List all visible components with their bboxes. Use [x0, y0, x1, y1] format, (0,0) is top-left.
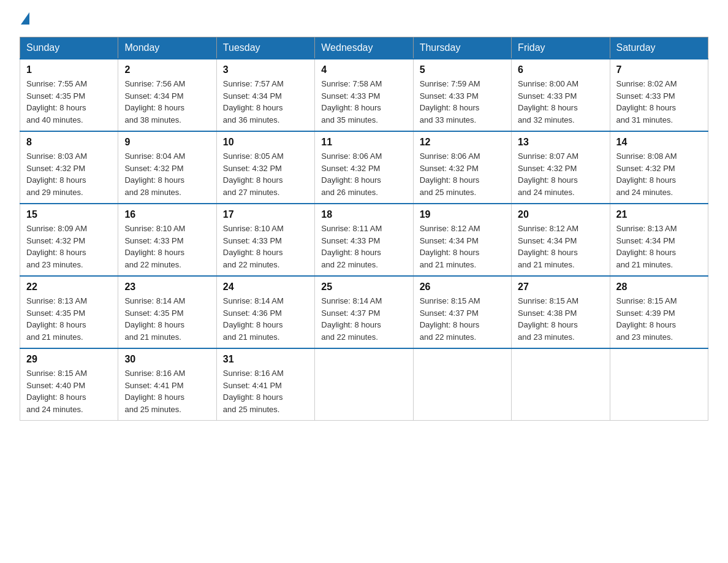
day-info: Sunrise: 8:11 AM Sunset: 4:33 PM Dayligh… [321, 223, 406, 270]
day-number: 28 [616, 282, 702, 293]
day-number: 30 [124, 354, 210, 365]
day-info: Sunrise: 8:10 AM Sunset: 4:33 PM Dayligh… [124, 223, 210, 270]
day-number: 7 [616, 64, 702, 75]
day-info: Sunrise: 8:08 AM Sunset: 4:32 PM Dayligh… [616, 150, 702, 198]
day-info: Sunrise: 7:59 AM Sunset: 4:33 PM Dayligh… [420, 78, 505, 126]
day-number: 6 [518, 64, 603, 75]
day-info: Sunrise: 8:12 AM Sunset: 4:34 PM Dayligh… [518, 223, 603, 270]
day-info: Sunrise: 8:10 AM Sunset: 4:33 PM Dayligh… [223, 223, 308, 270]
day-number: 14 [616, 137, 702, 148]
day-info: Sunrise: 8:06 AM Sunset: 4:32 PM Dayligh… [321, 150, 406, 198]
calendar-cell: 3 Sunrise: 7:57 AM Sunset: 4:34 PM Dayli… [216, 59, 314, 131]
calendar-cell: 10 Sunrise: 8:05 AM Sunset: 4:32 PM Dayl… [216, 131, 314, 204]
day-number: 22 [26, 282, 112, 293]
calendar-cell: 18 Sunrise: 8:11 AM Sunset: 4:33 PM Dayl… [315, 204, 413, 276]
calendar-cell: 2 Sunrise: 7:56 AM Sunset: 4:34 PM Dayli… [118, 59, 216, 131]
day-number: 27 [518, 282, 603, 293]
day-number: 17 [223, 209, 308, 220]
calendar-cell: 27 Sunrise: 8:15 AM Sunset: 4:38 PM Dayl… [512, 276, 610, 348]
calendar-cell: 29 Sunrise: 8:15 AM Sunset: 4:40 PM Dayl… [20, 348, 118, 421]
week-row-1: 1 Sunrise: 7:55 AM Sunset: 4:35 PM Dayli… [20, 59, 708, 131]
day-info: Sunrise: 8:16 AM Sunset: 4:41 PM Dayligh… [124, 367, 210, 415]
calendar-cell: 8 Sunrise: 8:03 AM Sunset: 4:32 PM Dayli… [20, 131, 118, 204]
calendar-cell: 1 Sunrise: 7:55 AM Sunset: 4:35 PM Dayli… [20, 59, 118, 131]
day-number: 2 [124, 64, 210, 75]
calendar-cell: 24 Sunrise: 8:14 AM Sunset: 4:36 PM Dayl… [216, 276, 314, 348]
day-info: Sunrise: 8:14 AM Sunset: 4:37 PM Dayligh… [321, 295, 406, 343]
calendar-cell: 4 Sunrise: 7:58 AM Sunset: 4:33 PM Dayli… [315, 59, 413, 131]
day-number: 11 [321, 137, 406, 148]
calendar-cell: 21 Sunrise: 8:13 AM Sunset: 4:34 PM Dayl… [610, 204, 708, 276]
day-info: Sunrise: 8:02 AM Sunset: 4:33 PM Dayligh… [616, 78, 702, 126]
day-number: 18 [321, 209, 406, 220]
weekday-header-monday: Monday [118, 37, 216, 59]
day-info: Sunrise: 8:15 AM Sunset: 4:39 PM Dayligh… [616, 295, 702, 343]
day-info: Sunrise: 8:09 AM Sunset: 4:32 PM Dayligh… [26, 223, 112, 270]
day-info: Sunrise: 8:13 AM Sunset: 4:34 PM Dayligh… [616, 223, 702, 270]
logo [20, 15, 29, 25]
calendar-cell: 20 Sunrise: 8:12 AM Sunset: 4:34 PM Dayl… [512, 204, 610, 276]
day-number: 13 [518, 137, 603, 148]
page-header [20, 15, 708, 25]
calendar-cell: 26 Sunrise: 8:15 AM Sunset: 4:37 PM Dayl… [413, 276, 511, 348]
weekday-header-row: SundayMondayTuesdayWednesdayThursdayFrid… [20, 37, 708, 59]
day-number: 31 [223, 354, 308, 365]
day-info: Sunrise: 8:15 AM Sunset: 4:38 PM Dayligh… [518, 295, 603, 343]
day-info: Sunrise: 8:14 AM Sunset: 4:36 PM Dayligh… [223, 295, 308, 343]
calendar-cell: 16 Sunrise: 8:10 AM Sunset: 4:33 PM Dayl… [118, 204, 216, 276]
calendar-cell: 9 Sunrise: 8:04 AM Sunset: 4:32 PM Dayli… [118, 131, 216, 204]
calendar-cell [610, 348, 708, 421]
day-info: Sunrise: 8:00 AM Sunset: 4:33 PM Dayligh… [518, 78, 603, 126]
day-info: Sunrise: 8:05 AM Sunset: 4:32 PM Dayligh… [223, 150, 308, 198]
week-row-3: 15 Sunrise: 8:09 AM Sunset: 4:32 PM Dayl… [20, 204, 708, 276]
weekday-header-saturday: Saturday [610, 37, 708, 59]
calendar-cell: 12 Sunrise: 8:06 AM Sunset: 4:32 PM Dayl… [413, 131, 511, 204]
calendar-cell: 25 Sunrise: 8:14 AM Sunset: 4:37 PM Dayl… [315, 276, 413, 348]
calendar-cell: 30 Sunrise: 8:16 AM Sunset: 4:41 PM Dayl… [118, 348, 216, 421]
calendar-cell: 19 Sunrise: 8:12 AM Sunset: 4:34 PM Dayl… [413, 204, 511, 276]
day-number: 24 [223, 282, 308, 293]
calendar-cell: 6 Sunrise: 8:00 AM Sunset: 4:33 PM Dayli… [512, 59, 610, 131]
calendar-cell: 11 Sunrise: 8:06 AM Sunset: 4:32 PM Dayl… [315, 131, 413, 204]
logo-triangle-icon [21, 12, 29, 25]
day-number: 16 [124, 209, 210, 220]
weekday-header-thursday: Thursday [413, 37, 511, 59]
day-info: Sunrise: 8:13 AM Sunset: 4:35 PM Dayligh… [26, 295, 112, 343]
week-row-5: 29 Sunrise: 8:15 AM Sunset: 4:40 PM Dayl… [20, 348, 708, 421]
day-number: 25 [321, 282, 406, 293]
day-info: Sunrise: 8:06 AM Sunset: 4:32 PM Dayligh… [420, 150, 505, 198]
calendar-table: SundayMondayTuesdayWednesdayThursdayFrid… [20, 37, 708, 421]
day-info: Sunrise: 7:57 AM Sunset: 4:34 PM Dayligh… [223, 78, 308, 126]
day-info: Sunrise: 8:07 AM Sunset: 4:32 PM Dayligh… [518, 150, 603, 198]
day-info: Sunrise: 8:04 AM Sunset: 4:32 PM Dayligh… [124, 150, 210, 198]
calendar-cell: 15 Sunrise: 8:09 AM Sunset: 4:32 PM Dayl… [20, 204, 118, 276]
day-number: 9 [124, 137, 210, 148]
day-number: 5 [420, 64, 505, 75]
calendar-cell [512, 348, 610, 421]
calendar-cell: 5 Sunrise: 7:59 AM Sunset: 4:33 PM Dayli… [413, 59, 511, 131]
weekday-header-tuesday: Tuesday [216, 37, 314, 59]
calendar-cell: 7 Sunrise: 8:02 AM Sunset: 4:33 PM Dayli… [610, 59, 708, 131]
day-info: Sunrise: 8:03 AM Sunset: 4:32 PM Dayligh… [26, 150, 112, 198]
weekday-header-friday: Friday [512, 37, 610, 59]
calendar-cell: 23 Sunrise: 8:14 AM Sunset: 4:35 PM Dayl… [118, 276, 216, 348]
week-row-4: 22 Sunrise: 8:13 AM Sunset: 4:35 PM Dayl… [20, 276, 708, 348]
week-row-2: 8 Sunrise: 8:03 AM Sunset: 4:32 PM Dayli… [20, 131, 708, 204]
calendar-cell: 14 Sunrise: 8:08 AM Sunset: 4:32 PM Dayl… [610, 131, 708, 204]
day-info: Sunrise: 7:56 AM Sunset: 4:34 PM Dayligh… [124, 78, 210, 126]
day-info: Sunrise: 8:15 AM Sunset: 4:37 PM Dayligh… [420, 295, 505, 343]
day-number: 20 [518, 209, 603, 220]
calendar-cell: 28 Sunrise: 8:15 AM Sunset: 4:39 PM Dayl… [610, 276, 708, 348]
weekday-header-wednesday: Wednesday [315, 37, 413, 59]
calendar-cell: 13 Sunrise: 8:07 AM Sunset: 4:32 PM Dayl… [512, 131, 610, 204]
day-number: 1 [26, 64, 112, 75]
calendar-cell [315, 348, 413, 421]
day-info: Sunrise: 8:16 AM Sunset: 4:41 PM Dayligh… [223, 367, 308, 415]
day-number: 3 [223, 64, 308, 75]
day-number: 29 [26, 354, 112, 365]
day-info: Sunrise: 7:58 AM Sunset: 4:33 PM Dayligh… [321, 78, 406, 126]
day-number: 10 [223, 137, 308, 148]
calendar-cell: 22 Sunrise: 8:13 AM Sunset: 4:35 PM Dayl… [20, 276, 118, 348]
day-number: 8 [26, 137, 112, 148]
calendar-cell: 17 Sunrise: 8:10 AM Sunset: 4:33 PM Dayl… [216, 204, 314, 276]
